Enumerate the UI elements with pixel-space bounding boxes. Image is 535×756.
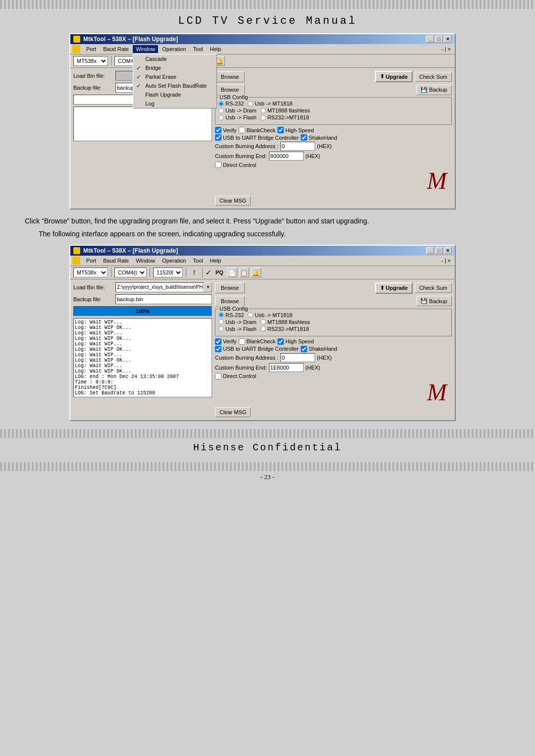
blank-check-checkbox2[interactable] (239, 338, 245, 345)
burning-end-input1[interactable] (269, 152, 304, 161)
radio-usb-mt1818-input2[interactable] (248, 312, 253, 318)
menu-tool2[interactable]: Tool (190, 257, 206, 265)
menu-help2[interactable]: Help (207, 257, 224, 265)
menu-auto-set[interactable]: Auto Set Flash BaudRate (133, 81, 216, 90)
shake-hand-checkbox1[interactable] (301, 134, 307, 141)
menu-log[interactable]: Log (133, 99, 216, 108)
menu-help[interactable]: Help (207, 45, 224, 53)
radio-rs232-input1[interactable] (218, 101, 224, 107)
radio-rs232-mt1818-label1: RS232->MT1818 (268, 114, 309, 120)
shake-hand-checkbox2[interactable] (301, 346, 307, 352)
close-button[interactable]: ✕ (444, 36, 452, 43)
radio-usb-dram-input1[interactable] (218, 108, 224, 113)
titlebar-buttons[interactable]: _ □ ✕ (426, 36, 452, 43)
usb-uart-checkbox1[interactable] (215, 134, 221, 141)
menu-baud-rate2[interactable]: Baud Rate (100, 257, 132, 265)
window1: MtkTool – 538X – [Flash Upgrade] _ □ ✕ P… (69, 33, 456, 210)
radio-mt1888-input1[interactable] (261, 108, 266, 113)
direct-control-checkbox2[interactable] (215, 373, 221, 379)
verify-checkbox1[interactable] (215, 127, 221, 133)
blank-check-checkbox1[interactable] (239, 127, 245, 133)
backup-btn1[interactable]: 💾 Backup (416, 85, 452, 95)
menu-flash-upgrade[interactable]: Flash Upgrade (133, 90, 216, 99)
usb-uart-checkbox2[interactable] (215, 346, 221, 352)
load-bin-input2[interactable] (115, 282, 204, 292)
clipboard-icon2[interactable]: 📋 (239, 268, 249, 277)
radio-usb-dram-input2[interactable] (218, 319, 224, 324)
close-button2[interactable]: ✕ (444, 247, 452, 254)
menu-baud-rate[interactable]: Baud Rate (100, 45, 132, 53)
high-speed-check2: High Speed (277, 338, 314, 345)
clear-msg-btn2[interactable]: Clear MSG (215, 407, 251, 417)
menu-tool[interactable]: Tool (190, 45, 206, 53)
clear-msg-btn1[interactable]: Clear MSG (215, 196, 251, 206)
menu-operation[interactable]: Operation (159, 45, 189, 53)
page-title: LCD TV Service Manual (0, 9, 535, 31)
browse-btn2[interactable]: Browse (215, 84, 245, 95)
menu-partial-erase[interactable]: Partial Erase (133, 72, 216, 81)
menu-cascade[interactable]: Cascade (133, 54, 216, 63)
browse-btn3[interactable]: Browse (215, 282, 245, 293)
log-area1[interactable] (73, 107, 212, 141)
usb-config-group2: USB Config RS-232 Usb -> MT1818 (215, 309, 452, 336)
minimize-button2[interactable]: _ (426, 247, 434, 254)
radio-rs232-mt1818-input1[interactable] (261, 115, 266, 120)
upgrade-btn1[interactable]: ⬆ Upgrade (375, 71, 413, 82)
baud-select2[interactable]: 115200 (153, 268, 183, 277)
usb-config-label2: USB Config (218, 306, 249, 312)
check-sum-btn2[interactable]: Check Sum (415, 283, 452, 293)
load-bin-arrow2[interactable]: ▼ (204, 282, 212, 292)
pq-button2[interactable]: PQ (214, 269, 225, 276)
browse-btn1[interactable]: Browse (215, 71, 245, 82)
maximize-button2[interactable]: □ (435, 247, 443, 254)
high-speed-checkbox1[interactable] (277, 127, 284, 133)
backup-btn2[interactable]: 💾 Backup (416, 296, 452, 306)
port-select2[interactable]: COM4(L (114, 268, 147, 277)
usb-uart-label2: USB to UART Bridge Controller (223, 346, 299, 352)
titlebar-buttons2[interactable]: _ □ ✕ (426, 247, 452, 254)
direct-control-checkbox1[interactable] (215, 162, 221, 168)
usb-uart-check1: USB to UART Bridge Controller (215, 134, 299, 141)
radio-usb-flash-input2[interactable] (218, 326, 224, 331)
radio-row1: RS-232 Usb -> MT1818 (218, 101, 448, 107)
minimize-button[interactable]: _ (426, 36, 434, 43)
menu-port[interactable]: Port (83, 45, 99, 53)
burning-addr-input2[interactable] (280, 353, 315, 362)
radio-rs232-2: RS-232 (218, 312, 244, 318)
check-sum-btn1[interactable]: Check Sum (415, 72, 452, 82)
radio-usb-flash-input1[interactable] (218, 115, 224, 120)
menu-window2[interactable]: Window (133, 257, 158, 265)
sep1 (111, 56, 111, 66)
burning-end-input2[interactable] (269, 363, 304, 372)
window1-titlebar: MtkTool – 538X – [Flash Upgrade] _ □ ✕ (70, 34, 455, 44)
titlebar-icon2 (73, 247, 80, 254)
docs-icon2[interactable]: 📄 (227, 268, 237, 277)
menu-window[interactable]: Window (133, 45, 158, 53)
upgrade-icon2: ⬆ (380, 285, 384, 291)
menu-port2[interactable]: Port (83, 257, 99, 265)
verify-checkbox2[interactable] (215, 338, 221, 345)
blank-check-label1: BlankCheck (247, 127, 276, 133)
browse-btn4[interactable]: Browse (215, 296, 245, 307)
maximize-button[interactable]: □ (435, 36, 443, 43)
log-area2[interactable]: Log: Wait WIP...Log: Wait WIP OK...Log: … (73, 318, 212, 397)
radio-rs232-input2[interactable] (218, 312, 224, 318)
window2-titlebar: MtkTool – 538X – [Flash Upgrade] _ □ ✕ (70, 246, 455, 256)
verify-label2: Verify (223, 338, 237, 344)
m-logo2: M (427, 380, 452, 404)
radio-usb-mt1818-input1[interactable] (248, 101, 253, 107)
checkmark-icon2[interactable]: ✓ (206, 269, 212, 276)
chip-select1[interactable]: MT538x (73, 56, 108, 66)
radio-mt1888-input2[interactable] (261, 319, 266, 324)
radio-rs232-mt1818-input2[interactable] (261, 326, 266, 331)
backup-file-input2[interactable] (115, 294, 212, 304)
burning-addr-input1[interactable] (280, 142, 315, 151)
person-icon2[interactable]: 🔔 (251, 268, 261, 277)
high-speed-checkbox2[interactable] (277, 338, 284, 345)
chip-select2[interactable]: MT538x (73, 268, 108, 277)
radio-usb-dram-2: Usb -> Dram (218, 319, 257, 325)
upgrade-btn2[interactable]: ⬆ Upgrade (375, 282, 413, 294)
radio-usb-mt1818-2: Usb -> MT1818 (248, 312, 292, 318)
menu-operation2[interactable]: Operation (159, 257, 189, 265)
menu-bridge[interactable]: Bridge (133, 63, 216, 72)
